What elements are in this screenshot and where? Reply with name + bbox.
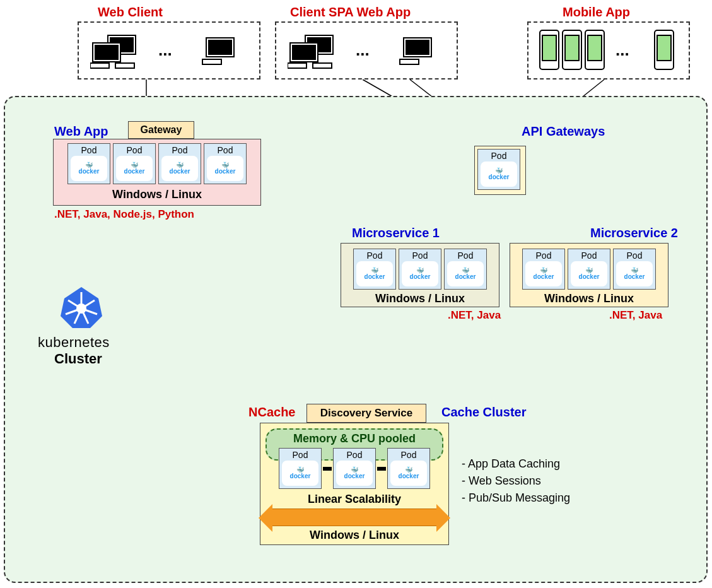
webapp-box: Pod🐳docker Pod🐳docker Pod🐳docker Pod🐳doc… xyxy=(53,139,261,206)
svg-rect-18 xyxy=(202,59,221,64)
ellipsis-icon: ... xyxy=(356,40,370,60)
pod-label: Pod xyxy=(355,250,394,261)
ncache-label: NCache xyxy=(248,405,295,420)
docker-icon: 🐳docker xyxy=(215,162,236,175)
computers-icon xyxy=(90,34,144,69)
ms2-box: Pod🐳docker Pod🐳docker Pod🐳docker Windows… xyxy=(510,243,668,307)
pod: Pod🐳docker xyxy=(113,143,156,184)
pod-label: Pod xyxy=(160,145,199,155)
webapp-title: Web App xyxy=(54,124,108,139)
pod: Pod🐳docker xyxy=(613,249,656,290)
pod: Pod🐳docker xyxy=(444,249,487,290)
docker-icon: 🐳docker xyxy=(170,162,190,175)
pod: Pod🐳docker xyxy=(279,448,322,489)
svg-rect-33 xyxy=(588,35,602,61)
spa-box: ... xyxy=(275,21,458,79)
pod: Pod🐳docker xyxy=(333,448,376,489)
svg-rect-14 xyxy=(90,63,109,68)
ms1-langs: .NET, Java xyxy=(448,309,501,322)
docker-icon: 🐳docker xyxy=(455,268,476,280)
svg-rect-29 xyxy=(542,35,556,61)
ncache-os: Windows / Linux xyxy=(266,529,443,542)
docker-icon: 🐳docker xyxy=(124,162,145,175)
phones-icon xyxy=(537,29,607,73)
webapp-os: Windows / Linux xyxy=(56,188,258,201)
docker-icon: 🐳docker xyxy=(410,268,431,280)
docker-icon: 🐳docker xyxy=(489,168,510,180)
pod-label: Pod xyxy=(569,250,609,261)
k8s-cluster-label: Cluster xyxy=(54,351,102,367)
pod-label: Pod xyxy=(400,250,440,261)
phone-icon xyxy=(652,29,677,73)
svg-rect-31 xyxy=(565,35,579,61)
computers-icon xyxy=(288,34,342,69)
pod-label: Pod xyxy=(69,145,108,155)
diagram-stage: Web Client Client SPA Web App Mobile App… xyxy=(0,0,712,588)
pod: Pod🐳docker xyxy=(387,448,430,489)
ellipsis-icon: ... xyxy=(616,40,629,60)
feature-list: - App Data Caching - Web Sessions - Pub/… xyxy=(462,456,570,507)
pod: Pod🐳docker xyxy=(67,143,110,184)
spa-title: Client SPA Web App xyxy=(290,5,411,20)
svg-rect-15 xyxy=(115,63,134,68)
svg-rect-27 xyxy=(400,59,419,64)
pod-label: Pod xyxy=(206,145,245,155)
pooled-label: Memory & CPU pooled xyxy=(293,432,416,445)
svg-rect-13 xyxy=(95,45,118,59)
ellipsis-icon: ... xyxy=(158,40,172,60)
web-client-box: ... xyxy=(78,21,260,79)
docker-icon: 🐳docker xyxy=(79,162,100,175)
computer-icon xyxy=(397,34,441,69)
computer-icon xyxy=(200,34,244,69)
svg-rect-23 xyxy=(288,63,306,68)
docker-icon: 🐳docker xyxy=(579,268,600,280)
pod: Pod🐳docker xyxy=(204,143,247,184)
pod-label: Pod xyxy=(524,250,563,261)
ms1-os: Windows / Linux xyxy=(345,292,495,305)
docker-icon: 🐳docker xyxy=(344,467,365,479)
pod-label: Pod xyxy=(479,151,518,161)
svg-rect-22 xyxy=(293,45,315,59)
svg-rect-35 xyxy=(657,35,671,61)
mobile-title: Mobile App xyxy=(563,5,630,20)
ms2-langs: .NET, Java xyxy=(609,309,662,322)
pod: Pod🐳docker xyxy=(477,149,520,190)
cache-cluster-label: Cache Cluster xyxy=(441,405,527,420)
docker-icon: 🐳docker xyxy=(534,268,554,280)
svg-rect-17 xyxy=(209,40,231,54)
pod: Pod🐳docker xyxy=(568,249,610,290)
api-gateway-box: Pod🐳docker xyxy=(474,146,526,195)
pod: Pod🐳docker xyxy=(158,143,201,184)
pod: Pod🐳docker xyxy=(399,249,441,290)
discovery-tab: Discovery Service xyxy=(306,404,426,423)
web-client-title: Web Client xyxy=(98,5,163,20)
mobile-box: ... xyxy=(527,21,690,79)
pod-label: Pod xyxy=(446,250,485,261)
pod-label: Pod xyxy=(615,250,654,261)
pod-label: Pod xyxy=(115,145,154,155)
scalability-arrow-icon xyxy=(272,509,437,526)
ms2-title: Microservice 2 xyxy=(590,226,678,240)
docker-icon: 🐳docker xyxy=(624,268,645,280)
docker-icon: 🐳docker xyxy=(290,467,311,479)
webapp-langs: .NET, Java, Node.js, Python xyxy=(54,208,194,221)
svg-rect-26 xyxy=(406,40,429,54)
gateway-tab: Gateway xyxy=(128,121,194,139)
pod-label: Pod xyxy=(389,450,428,460)
ms1-box: Pod🐳docker Pod🐳docker Pod🐳docker Windows… xyxy=(341,243,499,307)
pod-label: Pod xyxy=(335,450,374,460)
feature-item: - Web Sessions xyxy=(462,473,570,490)
svg-rect-24 xyxy=(313,63,332,68)
api-title: API Gateways xyxy=(522,124,605,139)
pod: Pod🐳docker xyxy=(522,249,565,290)
k8s-wheel-icon xyxy=(57,284,106,336)
docker-icon: 🐳docker xyxy=(365,268,385,280)
ms2-os: Windows / Linux xyxy=(514,292,664,305)
ms1-title: Microservice 1 xyxy=(352,226,440,240)
k8s-label: kubernetes xyxy=(38,334,110,351)
feature-item: - Pub/Sub Messaging xyxy=(462,490,570,507)
docker-icon: 🐳docker xyxy=(399,467,419,479)
ncache-box: Memory & CPU pooled Pod🐳docker Pod🐳docke… xyxy=(260,423,449,545)
feature-item: - App Data Caching xyxy=(462,456,570,473)
pod: Pod🐳docker xyxy=(353,249,396,290)
